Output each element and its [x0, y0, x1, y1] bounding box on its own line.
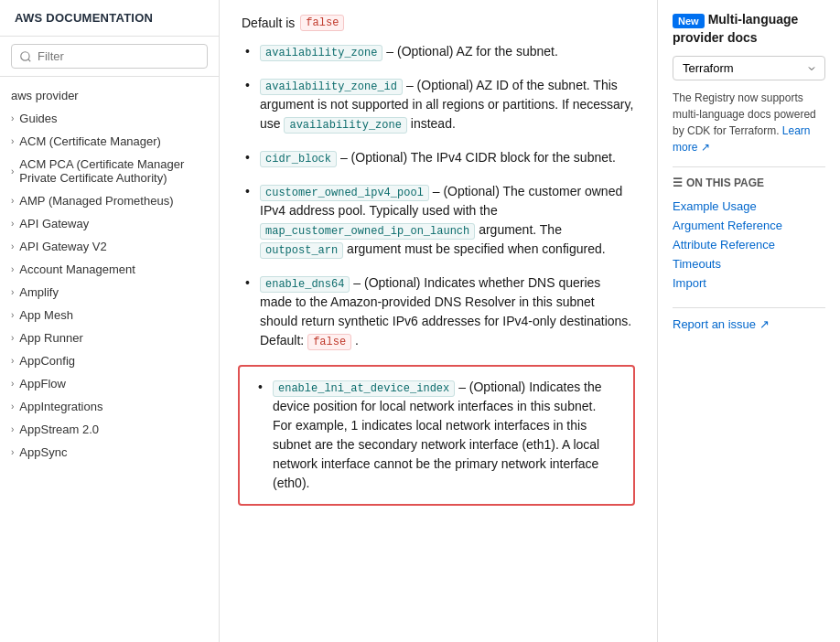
page-link-2[interactable]: Attribute Reference — [673, 235, 825, 254]
page-icon: ☰ — [673, 177, 683, 189]
code-tag-inline[interactable]: map_customer_owned_ip_on_launch — [260, 223, 475, 240]
item-text-2: instead. — [411, 116, 456, 131]
sidebar-item-13[interactable]: ›AppIntegrations — [0, 395, 219, 418]
list-item: enable_dns64 – (Optional) Indicates whet… — [242, 273, 635, 350]
sidebar-item-label: AMP (Managed Prometheus) — [19, 194, 173, 208]
sidebar: AWS DOCUMENTATION aws provider›Guides›AC… — [0, 0, 220, 642]
sidebar-item-4[interactable]: ›AMP (Managed Prometheus) — [0, 189, 219, 212]
sidebar-item-label: App Mesh — [19, 308, 73, 322]
code-tag-inline2[interactable]: outpost_arn — [260, 242, 343, 259]
chevron-right-icon: › — [11, 310, 14, 320]
sidebar-item-label: AppSync — [19, 445, 67, 459]
chevron-right-icon: › — [11, 136, 14, 146]
chevron-right-icon: › — [11, 447, 14, 457]
report-issue-link[interactable]: Report an issue ↗ — [673, 307, 825, 331]
chevron-right-icon: › — [11, 287, 14, 297]
code-tag[interactable]: availability_zone — [260, 45, 382, 61]
filter-box — [0, 37, 219, 77]
registry-text: The Registry now supports multi-language… — [673, 90, 825, 155]
item-text-2: argument. The — [479, 222, 562, 237]
sidebar-item-14[interactable]: ›AppStream 2.0 — [0, 418, 219, 441]
list-item: cidr_block – (Optional) The IPv4 CIDR bl… — [242, 148, 635, 167]
code-tag-inline[interactable]: availability_zone — [284, 117, 406, 134]
code-tag-false: false — [307, 334, 351, 350]
sidebar-item-label: ACM (Certificate Manager) — [19, 134, 161, 148]
argument-list: availability_zone – (Optional) AZ for th… — [242, 42, 635, 350]
chevron-right-icon: › — [11, 219, 14, 229]
highlighted-list-item: enable_lni_at_device_index – (Optional) … — [254, 378, 619, 493]
sidebar-item-8[interactable]: ›Amplify — [0, 281, 219, 304]
code-tag[interactable]: customer_owned_ipv4_pool — [260, 185, 429, 201]
sidebar-item-10[interactable]: ›App Runner — [0, 326, 219, 349]
sidebar-item-label: API Gateway V2 — [19, 240, 106, 253]
sidebar-item-7[interactable]: ›Account Management — [0, 258, 219, 281]
sidebar-item-label: Account Management — [19, 262, 135, 276]
sidebar-item-label: AppConfig — [19, 354, 75, 368]
list-item: availability_zone_id – (Optional) AZ ID … — [242, 76, 635, 134]
sidebar-item-11[interactable]: ›AppConfig — [0, 349, 219, 372]
sidebar-item-9[interactable]: ›App Mesh — [0, 304, 219, 326]
main-content: Default is false availability_zone – (Op… — [220, 0, 657, 642]
page-links: Example UsageArgument ReferenceAttribute… — [673, 197, 825, 293]
sidebar-item-15[interactable]: ›AppSync — [0, 441, 219, 464]
chevron-right-icon: › — [11, 241, 14, 251]
chevron-right-icon: › — [11, 379, 14, 389]
list-item: availability_zone – (Optional) AZ for th… — [242, 42, 635, 61]
default-line: Default is false — [242, 15, 635, 31]
highlighted-list: enable_lni_at_device_index – (Optional) … — [254, 378, 619, 493]
sidebar-item-label: App Runner — [19, 331, 82, 345]
code-tag[interactable]: cidr_block — [260, 151, 337, 167]
item-text-3: argument must be specified when configur… — [347, 241, 606, 256]
sidebar-item-label: ACM PCA (Certificate Manager Private Cer… — [19, 157, 204, 185]
right-panel: NewMulti-language provider docs Terrafor… — [657, 0, 840, 642]
page-link-0[interactable]: Example Usage — [673, 197, 825, 216]
sidebar-item-label: API Gateway — [19, 217, 89, 230]
code-tag[interactable]: enable_dns64 — [260, 276, 350, 293]
page-link-1[interactable]: Argument Reference — [673, 216, 825, 235]
code-tag[interactable]: availability_zone_id — [260, 79, 403, 95]
new-badge: New — [673, 14, 705, 28]
sidebar-title: AWS DOCUMENTATION — [0, 0, 219, 37]
sidebar-nav: aws provider›Guides›ACM (Certificate Man… — [0, 77, 219, 642]
new-provider-section: NewMulti-language provider docs — [673, 11, 825, 47]
sidebar-item-2[interactable]: ›ACM (Certificate Manager) — [0, 130, 219, 153]
on-this-page-header: ☰ ON THIS PAGE — [673, 177, 825, 189]
sidebar-item-label: AppStream 2.0 — [19, 423, 99, 436]
chevron-right-icon: › — [11, 196, 14, 206]
filter-input[interactable] — [11, 44, 208, 69]
chevron-right-icon: › — [11, 356, 14, 366]
sidebar-item-label: AppFlow — [19, 377, 66, 391]
item-text: – (Optional) The IPv4 CIDR block for the… — [340, 150, 616, 165]
sidebar-item-12[interactable]: ›AppFlow — [0, 372, 219, 395]
page-link-4[interactable]: Import — [673, 273, 825, 293]
sidebar-item-5[interactable]: ›API Gateway — [0, 212, 219, 235]
chevron-right-icon: › — [11, 264, 14, 274]
sidebar-item-1[interactable]: ›Guides — [0, 107, 219, 130]
sidebar-item-label: AppIntegrations — [19, 400, 102, 413]
sidebar-item-label: Amplify — [19, 285, 59, 299]
sidebar-item-3[interactable]: ›ACM PCA (Certificate Manager Private Ce… — [0, 153, 219, 189]
item-text: – (Optional) AZ for the subnet. — [386, 44, 558, 59]
on-this-page-section: ☰ ON THIS PAGE Example UsageArgument Ref… — [673, 166, 825, 293]
sidebar-item-label: Guides — [19, 112, 57, 125]
highlighted-item-box: enable_lni_at_device_index – (Optional) … — [238, 365, 635, 506]
terraform-select[interactable]: Terraform — [673, 56, 825, 80]
chevron-right-icon: › — [11, 113, 14, 123]
item-text-period: . — [355, 333, 359, 348]
default-value-code: false — [300, 15, 344, 31]
chevron-right-icon: › — [11, 424, 14, 434]
sidebar-item-label: aws provider — [11, 89, 79, 102]
chevron-right-icon: › — [11, 166, 14, 177]
highlighted-item-text: – (Optional) Indicates the device positi… — [273, 380, 602, 490]
list-item: customer_owned_ipv4_pool – (Optional) Th… — [242, 182, 635, 259]
sidebar-item-0[interactable]: aws provider — [0, 84, 219, 107]
highlighted-code-tag[interactable]: enable_lni_at_device_index — [273, 380, 455, 397]
sidebar-item-6[interactable]: ›API Gateway V2 — [0, 235, 219, 258]
page-link-3[interactable]: Timeouts — [673, 254, 825, 273]
chevron-right-icon: › — [11, 333, 14, 343]
chevron-right-icon: › — [11, 401, 14, 412]
default-label: Default is — [242, 16, 295, 30]
